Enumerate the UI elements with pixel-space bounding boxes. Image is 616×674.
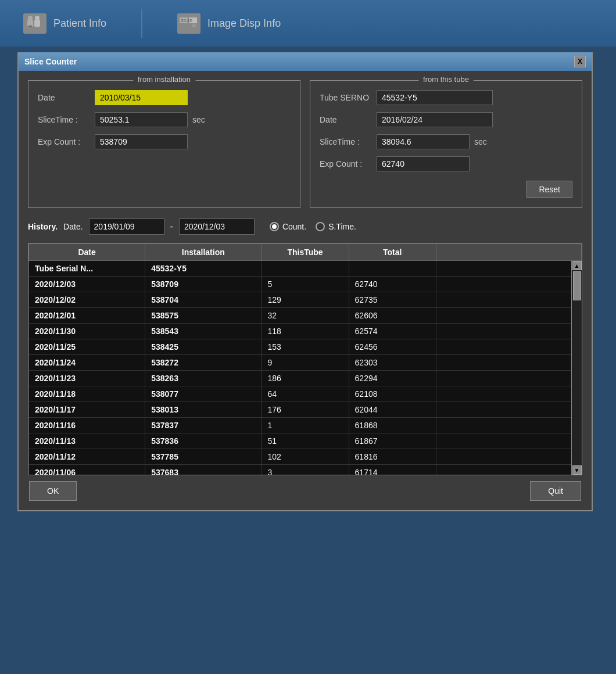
table-body: Tube Serial N...45532-Y52020/12/03538709… <box>29 261 582 476</box>
installation-date-label: Date <box>38 93 90 102</box>
dialog-title: Slice Counter <box>24 57 77 66</box>
tube-serno-row: Tube SERNO <box>320 90 572 105</box>
cell-thistube: 153 <box>262 339 349 355</box>
from-installation-legend: from installation <box>133 75 195 84</box>
patient-info-item[interactable]: Patient Info <box>23 13 106 34</box>
installation-expcount-row: Exp Count : <box>38 134 291 149</box>
cell-installation: 538575 <box>145 308 262 324</box>
col-thistube: ThisTube <box>262 244 349 261</box>
image-disp-info-item[interactable]: 35.85 Image Disp Info <box>177 13 281 34</box>
cell-thistube: 129 <box>262 292 349 308</box>
image-disp-icon: 35.85 <box>177 13 200 34</box>
history-label: History. <box>28 222 58 231</box>
table-row: 2020/11/1253778510261816 <box>29 449 582 465</box>
cell-extra <box>436 386 581 402</box>
svg-text:35.85: 35.85 <box>181 18 193 23</box>
svg-point-3 <box>35 16 40 20</box>
dialog-body: from installation Date SliceTime : sec E… <box>19 71 592 510</box>
patient-info-label: Patient Info <box>53 17 106 30</box>
tube-date-input[interactable] <box>377 112 493 127</box>
history-date-label: Date. <box>63 222 83 231</box>
radio-stime-circle[interactable] <box>316 222 325 231</box>
cell-extra <box>436 277 581 292</box>
cell-installation: 538543 <box>145 324 262 339</box>
tube-serno-input[interactable] <box>377 90 493 105</box>
reset-button[interactable]: Reset <box>527 181 572 198</box>
top-bar-divider <box>141 9 142 38</box>
history-table-container: Date Installation ThisTube Total Tube Se… <box>28 243 582 475</box>
installation-expcount-input[interactable] <box>95 134 188 149</box>
cell-date: 2020/11/12 <box>29 449 145 465</box>
patient-info-icon <box>23 13 46 34</box>
svg-rect-2 <box>34 20 40 27</box>
cell-extra <box>436 339 581 355</box>
scrollbar-track[interactable] <box>572 270 582 465</box>
cell-total: 62303 <box>349 355 436 371</box>
table-row: 2020/12/03538709562740 <box>29 277 582 292</box>
table-scrollbar[interactable]: ▲ ▼ <box>571 261 582 475</box>
col-date: Date <box>29 244 145 261</box>
tube-expcount-input[interactable] <box>377 156 470 171</box>
cell-installation: 537836 <box>145 433 262 449</box>
table-row: 2020/11/06537683361714 <box>29 465 582 476</box>
cell-thistube: 9 <box>262 355 349 371</box>
tube-date-label: Date <box>320 115 372 124</box>
cell-installation: 538013 <box>145 402 262 418</box>
history-row: History. Date. - Count. S.Time. <box>28 216 582 237</box>
svg-point-1 <box>28 16 33 20</box>
cell-total: 62740 <box>349 277 436 292</box>
table-row: 2020/12/015385753262606 <box>29 308 582 324</box>
cell-extra <box>436 308 581 324</box>
radio-group: Count. S.Time. <box>270 222 356 231</box>
table-row: 2020/11/3053854311862574 <box>29 324 582 339</box>
cell-total <box>349 261 436 277</box>
tube-expcount-row: Exp Count : <box>320 156 572 171</box>
cell-extra <box>436 402 581 418</box>
table-row: Tube Serial N...45532-Y5 <box>29 261 582 277</box>
installation-slicetime-label: SliceTime : <box>38 115 90 124</box>
quit-button[interactable]: Quit <box>530 481 581 501</box>
col-total: Total <box>349 244 436 261</box>
cell-date: 2020/12/03 <box>29 277 145 292</box>
cell-extra <box>436 261 581 277</box>
col-extra <box>436 244 581 261</box>
tube-slicetime-label: SliceTime : <box>320 137 372 146</box>
cell-total: 62044 <box>349 402 436 418</box>
cell-installation: 538077 <box>145 386 262 402</box>
radio-count-circle[interactable] <box>270 222 279 231</box>
tube-slicetime-input[interactable] <box>377 134 470 149</box>
cell-total: 62294 <box>349 371 436 386</box>
history-date-from-input[interactable] <box>89 218 164 235</box>
cell-extra <box>436 371 581 386</box>
installation-slicetime-input[interactable] <box>95 112 188 127</box>
image-disp-info-label: Image Disp Info <box>207 17 281 30</box>
cell-extra <box>436 433 581 449</box>
table-row: 2020/12/0253870412962735 <box>29 292 582 308</box>
cell-total: 61867 <box>349 433 436 449</box>
scrollbar-handle[interactable] <box>573 271 581 300</box>
svg-rect-8 <box>192 24 196 27</box>
bottom-row: OK Quit <box>28 481 582 501</box>
cell-date: 2020/11/13 <box>29 433 145 449</box>
installation-date-input[interactable] <box>95 90 188 105</box>
scrollbar-arrow-down[interactable]: ▼ <box>572 465 582 475</box>
radio-count-item[interactable]: Count. <box>270 222 306 231</box>
svg-rect-7 <box>183 24 187 27</box>
cell-installation: 537683 <box>145 465 262 476</box>
cell-extra <box>436 465 581 476</box>
installation-expcount-label: Exp Count : <box>38 137 90 146</box>
svg-rect-4 <box>28 26 32 27</box>
cell-extra <box>436 355 581 371</box>
cell-thistube: 102 <box>262 449 349 465</box>
dialog-close-button[interactable]: X <box>574 56 586 67</box>
table-row: 2020/11/2553842515362456 <box>29 339 582 355</box>
scrollbar-arrow-up[interactable]: ▲ <box>572 261 582 270</box>
from-tube-legend: from this tube <box>418 75 474 84</box>
installation-slicetime-unit: sec <box>192 115 205 124</box>
ok-button[interactable]: OK <box>29 481 77 501</box>
cell-installation: 538425 <box>145 339 262 355</box>
from-tube-panel: from this tube Tube SERNO Date SliceTime… <box>310 80 582 208</box>
radio-stime-item[interactable]: S.Time. <box>316 222 356 231</box>
history-date-to-input[interactable] <box>179 218 255 235</box>
cell-date: 2020/12/01 <box>29 308 145 324</box>
